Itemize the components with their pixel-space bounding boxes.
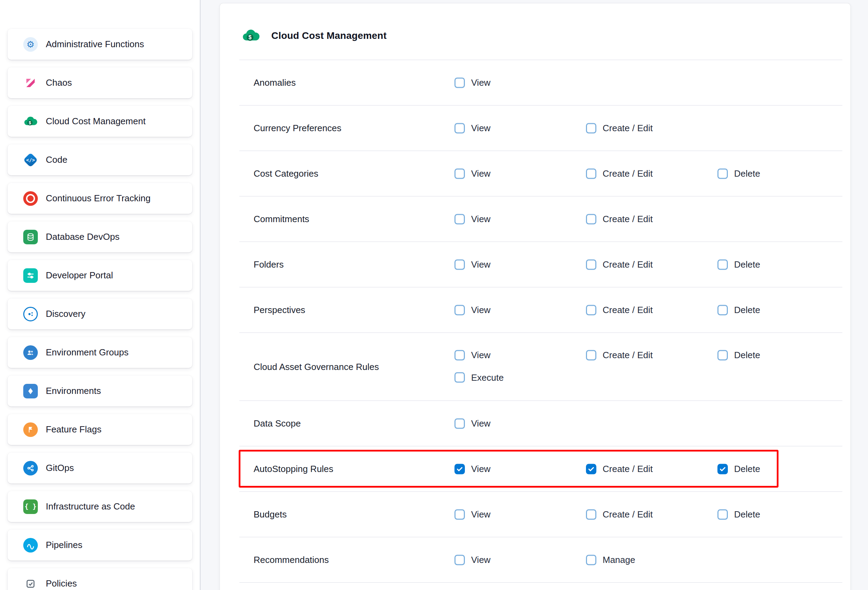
- permission-view: View: [455, 123, 490, 134]
- checkbox-delete[interactable]: [717, 168, 728, 179]
- checkbox-view[interactable]: [455, 168, 465, 179]
- permission-delete: Delete: [717, 509, 760, 520]
- permission-create-edit: Create / Edit: [586, 214, 653, 225]
- permission-label: Delete: [734, 350, 760, 361]
- sidebar-item-discovery[interactable]: Discovery: [7, 299, 192, 329]
- sidebar-item-policies[interactable]: Policies: [7, 568, 192, 590]
- checkbox-view[interactable]: [455, 350, 465, 360]
- checkbox-create-edit[interactable]: [586, 464, 596, 474]
- checkbox-view[interactable]: [455, 418, 465, 429]
- permission-label: Create / Edit: [602, 350, 653, 361]
- permission-label: Create / Edit: [602, 214, 653, 225]
- permission-create-edit: Create / Edit: [586, 305, 653, 315]
- sidebar-item-feature-flags[interactable]: Feature Flags: [7, 414, 192, 445]
- permission-row-anomalies: AnomaliesView: [239, 60, 842, 105]
- permission-label: View: [471, 350, 490, 361]
- permission-label: View: [471, 418, 490, 429]
- sidebar-item-label: Feature Flags: [46, 424, 101, 435]
- discovery-icon: [23, 306, 38, 322]
- sidebar-item-label: Infrastructure as Code: [46, 501, 135, 512]
- resource-name: Anomalies: [254, 77, 295, 88]
- sidebar-item-database-devops[interactable]: Database DevOps: [7, 222, 192, 252]
- checkbox-execute[interactable]: [455, 373, 465, 383]
- sidebar-item-code[interactable]: </>Code: [7, 144, 192, 175]
- sidebar-item-administrative-functions[interactable]: ⚙Administrative Functions: [7, 29, 192, 60]
- checkbox-view[interactable]: [455, 464, 465, 474]
- sidebar-item-chaos[interactable]: Chaos: [7, 67, 192, 98]
- sidebar-item-label: GitOps: [46, 463, 74, 473]
- permission-label: Delete: [734, 168, 760, 179]
- sidebar-item-environment-groups[interactable]: Environment Groups: [7, 337, 192, 368]
- sidebar-item-label: Code: [46, 154, 67, 165]
- sidebar-item-pipelines[interactable]: Pipelines: [7, 529, 192, 560]
- checkbox-create-edit[interactable]: [586, 123, 596, 133]
- permission-view: View: [455, 509, 490, 520]
- checkbox-create-edit[interactable]: [586, 259, 596, 270]
- sidebar-item-infrastructure-as-code[interactable]: { }Infrastructure as Code: [7, 491, 192, 522]
- permission-label: Delete: [734, 509, 760, 520]
- sidebar-item-continuous-error-tracking[interactable]: Continuous Error Tracking: [7, 183, 192, 214]
- page-title: Cloud Cost Management: [271, 30, 387, 41]
- permission-view: View: [455, 418, 490, 429]
- sidebar-item-cloud-cost-management[interactable]: $Cloud Cost Management: [7, 106, 192, 137]
- permission-label: View: [471, 305, 490, 315]
- permission-label: View: [471, 464, 490, 475]
- sidebar-item-label: Discovery: [46, 309, 85, 319]
- gitops-icon: [23, 461, 38, 476]
- flag-icon: [23, 422, 38, 437]
- permission-view: View: [455, 77, 490, 88]
- checkbox-manage[interactable]: [586, 555, 596, 565]
- resource-name: Data Scope: [254, 418, 301, 429]
- permission-execute: Execute: [455, 372, 504, 383]
- permission-label: View: [471, 555, 490, 565]
- sidebar-item-developer-portal[interactable]: Developer Portal: [7, 260, 192, 291]
- permission-create-edit: Create / Edit: [586, 168, 653, 179]
- permissions-table: AnomaliesViewCurrency PreferencesViewCre…: [239, 60, 842, 583]
- checkbox-create-edit[interactable]: [586, 305, 596, 315]
- cloud-dollar-icon: $: [23, 114, 38, 129]
- permissions-screen: ⚙Administrative FunctionsChaos$Cloud Cos…: [0, 0, 868, 590]
- checkbox-create-edit[interactable]: [586, 168, 596, 179]
- resource-name: AutoStopping Rules: [254, 464, 334, 475]
- permission-create-edit: Create / Edit: [586, 464, 653, 475]
- checkbox-delete[interactable]: [717, 350, 728, 360]
- permission-delete: Delete: [717, 168, 760, 179]
- permission-view: View: [455, 350, 490, 361]
- permission-view: View: [455, 305, 490, 315]
- resource-name: Currency Preferences: [254, 123, 341, 134]
- checkbox-view[interactable]: [455, 555, 465, 565]
- environments-icon: [23, 383, 38, 399]
- permission-label: View: [471, 77, 490, 88]
- checkbox-create-edit[interactable]: [586, 350, 596, 360]
- resource-name: Budgets: [254, 509, 286, 520]
- checkbox-view[interactable]: [455, 123, 465, 133]
- cloud-dollar-icon: $: [241, 27, 260, 45]
- cloud-cost-management-card: $ Cloud Cost Management AnomaliesViewCur…: [220, 3, 850, 590]
- checkbox-view[interactable]: [455, 305, 465, 315]
- permission-label: Create / Edit: [602, 259, 653, 270]
- checkbox-delete[interactable]: [717, 259, 728, 270]
- permission-label: View: [471, 123, 490, 134]
- checkbox-create-edit[interactable]: [586, 509, 596, 519]
- checkbox-delete[interactable]: [717, 464, 728, 474]
- checkbox-create-edit[interactable]: [586, 214, 596, 224]
- permission-row-cost-categories: Cost CategoriesViewCreate / EditDelete: [239, 151, 842, 197]
- checkbox-view[interactable]: [455, 259, 465, 270]
- module-sidebar: ⚙Administrative FunctionsChaos$Cloud Cos…: [0, 0, 200, 590]
- sidebar-item-environments[interactable]: Environments: [7, 376, 192, 407]
- resource-name: Perspectives: [254, 305, 305, 315]
- checkbox-view[interactable]: [455, 214, 465, 224]
- sidebar-item-gitops[interactable]: GitOps: [7, 452, 192, 484]
- checkbox-delete[interactable]: [717, 305, 728, 315]
- permission-label: Delete: [734, 259, 760, 270]
- permission-row-data-scope: Data ScopeView: [239, 401, 842, 446]
- svg-text:$: $: [29, 120, 31, 125]
- checkbox-view[interactable]: [455, 509, 465, 519]
- permission-delete: Delete: [717, 305, 760, 315]
- checkbox-delete[interactable]: [717, 509, 728, 519]
- permission-create-edit: Create / Edit: [586, 509, 653, 520]
- permission-label: Create / Edit: [602, 509, 653, 520]
- permission-label: Create / Edit: [602, 123, 653, 134]
- checkbox-view[interactable]: [455, 77, 465, 88]
- sidebar-item-label: Chaos: [46, 77, 72, 88]
